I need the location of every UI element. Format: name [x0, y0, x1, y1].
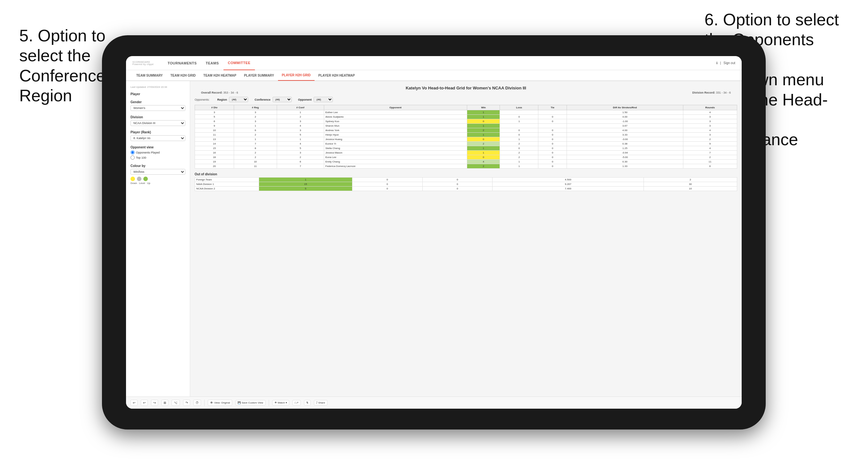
sub-nav-team-summary[interactable]: TEAM SUMMARY — [132, 70, 166, 81]
sidebar-division-section: Division NCAA Division III — [130, 115, 185, 126]
cell-opponent: Federica Domecq Lacroze — [324, 164, 467, 168]
overall-record-label: Overall Record: 353 - 34 - 6 — [201, 91, 238, 94]
tablet-frame: SCOREBOARD Powered by clippd TOURNAMENTS… — [102, 35, 766, 430]
opponent-radio-played-label: Opponents Played — [136, 151, 160, 154]
cell-loss: 2 — [500, 142, 538, 146]
conference-filter-select[interactable]: (All) — [273, 97, 292, 102]
toolbar-undo2[interactable]: ↩ — [141, 400, 148, 406]
conference-filter-group: Conference (All) — [255, 97, 292, 102]
region-filter-group: Region (All) — [217, 97, 248, 102]
cell-rounds: 6 — [683, 164, 737, 168]
region-filter-label: Region — [217, 98, 227, 101]
cell-reg: 6 — [234, 128, 277, 133]
player-rank-select[interactable]: 8. Katelyn Vo — [130, 135, 185, 141]
opponent-radio-played[interactable]: Opponents Played — [130, 150, 185, 155]
sub-nav-team-h2h-heatmap[interactable]: TEAM H2H HEATMAP — [199, 70, 240, 81]
colour-dot-down — [130, 177, 135, 181]
ood-cell-loss: 0 — [352, 187, 422, 191]
colour-label-down: Down — [130, 182, 137, 185]
toolbar-redo[interactable]: ↪ — [151, 400, 158, 406]
out-of-division-table-body: Foreign Team 1 0 0 4.500 2 NAIA Division… — [195, 178, 737, 191]
colour-select[interactable]: Win/loss — [130, 169, 185, 175]
region-filter-select[interactable]: (All) — [229, 97, 248, 102]
cell-reg: 1 — [234, 124, 277, 128]
sign-out-link[interactable]: Sign out — [723, 61, 735, 65]
cell-tie: 0 — [538, 160, 567, 164]
cell-rounds: 9 — [683, 142, 737, 146]
cell-div: 16 — [195, 151, 234, 155]
cell-diff: -0.94 — [567, 151, 683, 155]
toolbar-view-original[interactable]: 👁 View: Original — [208, 400, 232, 406]
opponent-filter-select[interactable]: (All) — [314, 97, 333, 102]
cell-loss: 1 — [500, 164, 538, 168]
cell-win: 2 — [467, 164, 500, 168]
th-rounds: Rounds — [683, 105, 737, 110]
cell-win: 1 — [467, 146, 500, 151]
cell-diff: 1.25 — [567, 146, 683, 151]
opponent-radio-top100[interactable]: Top 100 — [130, 155, 185, 160]
cell-reg: 1 — [234, 137, 277, 142]
nav-tournaments[interactable]: TOURNAMENTS — [163, 56, 202, 70]
th-conf: # Conf — [277, 105, 324, 110]
cell-loss: 0 — [500, 115, 538, 119]
toolbar-sort[interactable]: ⇅ — [304, 400, 311, 405]
cell-conf: 5 — [277, 146, 324, 151]
bottom-toolbar: ↩ ↩ ↪ ⊞ ⌥ ↷ ⏱ 👁 View: Original 💾 Save Cu… — [126, 397, 742, 409]
toolbar-expand[interactable]: □↗ — [292, 400, 301, 405]
cell-win: 1 — [467, 115, 500, 119]
ood-cell-rounds: 30 — [644, 182, 737, 187]
cell-rounds: 3 — [683, 115, 737, 119]
cell-tie: 0 — [538, 133, 567, 137]
th-tie: Tie — [538, 105, 567, 110]
cell-win: 1 — [467, 151, 500, 155]
cell-rounds: 7 — [683, 151, 737, 155]
ood-cell-rounds: 10 — [644, 187, 737, 191]
toolbar-undo1[interactable]: ↩ — [130, 400, 137, 406]
table-row: 13 1 1 Jessica Huang 0 1 0 -3.00 2 — [195, 137, 737, 142]
cell-opponent: Jessica Huang — [324, 137, 467, 142]
cell-loss: 1 — [500, 160, 538, 164]
sub-nav-player-h2h-heatmap[interactable]: PLAYER H2H HEATMAP — [315, 70, 359, 81]
cell-loss: 1 — [500, 137, 538, 142]
gender-select[interactable]: Women's — [130, 105, 185, 111]
cell-rounds: 2 — [683, 155, 737, 160]
cell-opponent: Sydney Kuo — [324, 119, 467, 124]
cell-conf: 2 — [277, 155, 324, 160]
cell-tie: 0 — [538, 164, 567, 168]
toolbar-watch[interactable]: 👁 Watch ▾ — [272, 400, 289, 405]
cell-loss: 0 — [500, 128, 538, 133]
logo-sub-text: Powered by clippd — [132, 63, 154, 65]
table-header-row: # Div # Reg # Conf Opponent Win Loss Tie… — [195, 105, 737, 110]
division-record-label-text: Division Record: — [692, 91, 715, 94]
sidebar-player-label: Player — [130, 92, 185, 96]
division-record-label: Division Record: 331 - 34 - 6 — [692, 91, 731, 94]
cell-reg: 2 — [234, 115, 277, 119]
toolbar-options[interactable]: ⌥ — [172, 400, 180, 406]
opponent-radio-top100-input[interactable] — [130, 155, 135, 160]
toolbar-grid[interactable]: ⊞ — [161, 400, 168, 406]
sub-nav-player-summary[interactable]: PLAYER SUMMARY — [240, 70, 278, 81]
watch-label: 👁 Watch ▾ — [275, 401, 287, 404]
toolbar-save-custom[interactable]: 💾 Save Custom View — [235, 400, 266, 405]
opponent-radio-top100-label: Top 100 — [136, 156, 146, 159]
cell-win: 0 — [467, 119, 500, 124]
sub-nav-team-h2h-grid[interactable]: TEAM H2H GRID — [166, 70, 199, 81]
share-icon: ⤴ — [316, 401, 317, 404]
cell-div: 20 — [195, 164, 234, 168]
division-select[interactable]: NCAA Division III — [130, 120, 185, 126]
toolbar-time[interactable]: ⏱ — [193, 400, 201, 406]
cell-conf: 3 — [277, 151, 324, 155]
colour-label-up: Up — [147, 182, 150, 185]
ood-cell-diff: 9.267 — [493, 182, 644, 187]
content-area: Katelyn Vo Head-to-Head Grid for Women's… — [190, 81, 742, 397]
opponent-radio-played-input[interactable] — [130, 150, 135, 155]
nav-committee[interactable]: COMMITTEE — [223, 56, 255, 70]
toolbar-refresh[interactable]: ↷ — [183, 400, 190, 406]
cell-rounds: 3 — [683, 119, 737, 124]
cell-rounds: 3 — [683, 133, 737, 137]
sub-nav-player-h2h-grid[interactable]: PLAYER H2H GRID — [278, 70, 315, 81]
sidebar-opponent-view-label: Opponent view — [130, 146, 185, 149]
nav-teams[interactable]: TEAMS — [202, 56, 223, 70]
table-row: 3 3 1 Esther Lee 1 1.50 4 — [195, 110, 737, 115]
toolbar-share[interactable]: ⤴ Share — [314, 400, 328, 405]
